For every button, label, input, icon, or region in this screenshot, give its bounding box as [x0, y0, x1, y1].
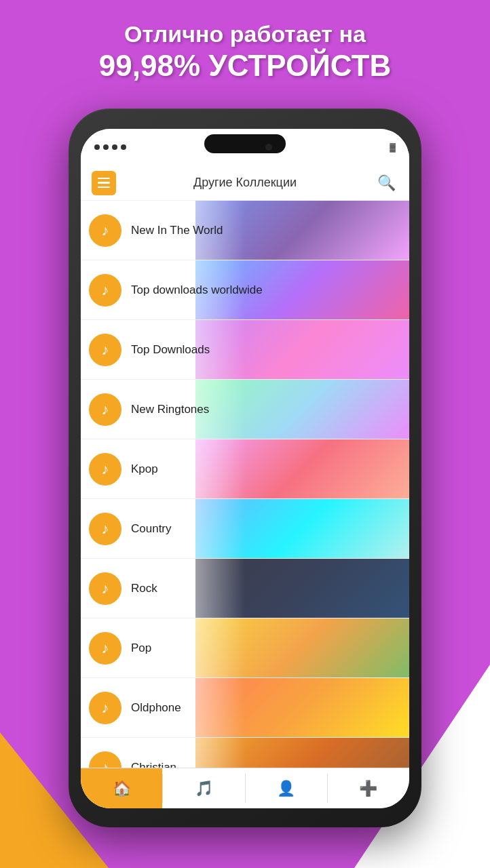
nav-icon-add: ➕: [359, 780, 377, 797]
bottom-nav: 🏠🎵👤➕: [81, 768, 409, 808]
item-icon-wrapper-7: ♪: [89, 572, 121, 605]
list-item[interactable]: ♪ Top Downloads: [81, 320, 409, 380]
item-label-10: Christian: [131, 761, 176, 768]
music-note-icon-10: ♪: [102, 759, 109, 768]
music-note-icon-1: ♪: [102, 222, 109, 239]
music-note-icon-5: ♪: [102, 460, 109, 478]
item-icon-wrapper-5: ♪: [89, 453, 121, 486]
item-label-7: Rock: [131, 582, 157, 595]
list-item[interactable]: ♪ Pop: [81, 618, 409, 678]
item-label-4: New Ringtones: [131, 403, 209, 416]
list-item[interactable]: ♪ Christian: [81, 738, 409, 768]
list-item[interactable]: ♪ Top downloads worldwide: [81, 260, 409, 320]
app-title: Другие Коллекции: [116, 176, 374, 190]
nav-icon-home: 🏠: [113, 780, 131, 797]
notch-cutout: [204, 134, 286, 153]
item-icon-wrapper-9: ♪: [89, 692, 121, 724]
item-icon-wrapper-8: ♪: [89, 632, 121, 665]
item-label-8: Pop: [131, 642, 151, 655]
front-camera: [265, 144, 272, 151]
category-list: ♪ New In The World ♪ Top downloads world…: [81, 201, 409, 768]
item-icon-wrapper-3: ♪: [89, 334, 121, 366]
nav-item-music[interactable]: 🎵: [163, 768, 244, 808]
list-item[interactable]: ♪ Country: [81, 499, 409, 559]
list-item[interactable]: ♪ Rock: [81, 559, 409, 618]
music-note-icon-4: ♪: [102, 401, 109, 418]
list-item[interactable]: ♪ Kpop: [81, 439, 409, 499]
music-note-icon-7: ♪: [102, 580, 109, 597]
music-note-icon-8: ♪: [102, 639, 109, 657]
item-label-2: Top downloads worldwide: [131, 283, 263, 297]
hamburger-line-2: [98, 182, 110, 184]
phone-mockup: ▓ Другие Коллекции 🔍 ♪ New In The World …: [69, 108, 421, 827]
item-label-9: Oldphone: [131, 701, 181, 715]
item-label-5: Kpop: [131, 462, 158, 476]
item-icon-wrapper-4: ♪: [89, 393, 121, 426]
item-label-3: Top Downloads: [131, 343, 210, 357]
item-icon-wrapper-6: ♪: [89, 513, 121, 545]
list-item[interactable]: ♪ New Ringtones: [81, 380, 409, 439]
music-note-icon-9: ♪: [102, 699, 109, 717]
dot-3: [112, 144, 117, 150]
header-line1: Отлично работает на: [20, 20, 470, 48]
hamburger-button[interactable]: [92, 171, 116, 195]
list-item[interactable]: ♪ New In The World: [81, 201, 409, 260]
item-icon-wrapper-1: ♪: [89, 214, 121, 247]
status-dots: [94, 144, 126, 150]
dot-4: [121, 144, 126, 150]
nav-icon-profile: 👤: [277, 780, 295, 797]
header-line2: 99,98% УСТРОЙСТВ: [20, 48, 470, 84]
nav-item-profile[interactable]: 👤: [246, 768, 327, 808]
hamburger-line-3: [98, 186, 110, 189]
header-promo: Отлично работает на 99,98% УСТРОЙСТВ: [0, 14, 490, 91]
music-note-icon-2: ♪: [102, 281, 109, 299]
battery-indicator: ▓: [390, 142, 396, 152]
nav-icon-music: 🎵: [195, 780, 213, 797]
music-note-icon-6: ♪: [102, 520, 109, 538]
phone-screen: ▓ Другие Коллекции 🔍 ♪ New In The World …: [81, 129, 409, 808]
dot-2: [103, 144, 109, 150]
nav-item-add[interactable]: ➕: [328, 768, 409, 808]
search-button[interactable]: 🔍: [374, 171, 398, 195]
item-icon-wrapper-2: ♪: [89, 274, 121, 307]
list-item[interactable]: ♪ Oldphone: [81, 678, 409, 738]
status-bar: ▓: [81, 129, 409, 165]
hamburger-line-1: [98, 178, 110, 180]
app-header: Другие Коллекции 🔍: [81, 165, 409, 201]
item-label-6: Country: [131, 522, 172, 536]
nav-item-home[interactable]: 🏠: [81, 768, 162, 808]
dot-1: [94, 144, 100, 150]
music-note-icon-3: ♪: [102, 341, 109, 359]
item-label-1: New In The World: [131, 224, 223, 237]
